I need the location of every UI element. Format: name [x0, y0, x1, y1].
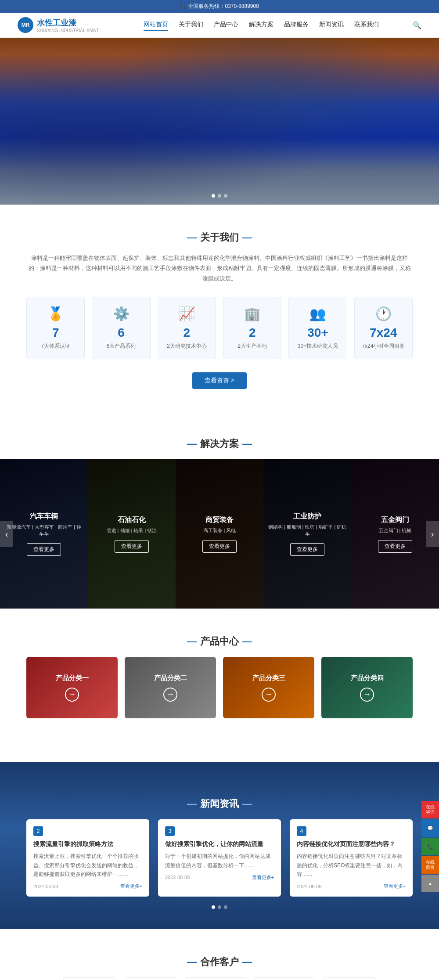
solution-3-btn[interactable]: 查看更多 [202, 540, 237, 553]
news-section: 新闻资讯 2 搜索流量引擎的抓取策略方法 搜索流量上涨，搜索引擎优化一个个推荐的… [0, 762, 439, 929]
side-btn-top[interactable]: ▲ [421, 875, 439, 892]
side-btn-wechat[interactable]: 💬 [421, 819, 439, 837]
logo-name: 水性工业漆 [37, 18, 76, 27]
search-icon[interactable]: 🔍 [413, 21, 421, 29]
partners-section: 合作客户 ‹ 山东墨龙 中铁五冶集团 LEVDEO 雷丁汽车 🔥 新能源汽车集团… [0, 929, 439, 980]
side-btn-phone[interactable]: 📞 [421, 838, 439, 855]
solution-3-content: 商贸装备 高工装备 | 风电 查看更多 [176, 459, 263, 609]
solution-4-title: 工业防护 [293, 512, 321, 521]
stat-icon-3: 📈 [165, 306, 209, 321]
news-more-3[interactable]: 查看更多+ [384, 883, 406, 890]
products-grid: 产品分类一 → 产品分类二 → 产品分类三 → 产品分类四 → [26, 657, 413, 718]
nav-solutions[interactable]: 解决方案 [249, 19, 273, 31]
side-btn-message[interactable]: 在线留言 [421, 856, 439, 874]
product-card-4[interactable]: 产品分类四 → [321, 657, 413, 718]
about-more-button[interactable]: 查看资资 > [192, 372, 247, 389]
solution-2-btn[interactable]: 查看更多 [115, 540, 149, 553]
news-num-2: 3 [165, 826, 175, 836]
side-float-buttons: 在线咨询 💬 📞 在线留言 ▲ [421, 801, 439, 892]
stat-icon-1: 🏅 [34, 306, 77, 321]
nav-products[interactable]: 产品中心 [214, 19, 238, 31]
news-title-2: 做好搜索引擎优化，让你的网站流量 [165, 840, 274, 848]
message-icon: 在线留言 [426, 860, 435, 870]
solution-5-sub: 五金阀门 | 机械 [379, 527, 412, 534]
hero-dot-3[interactable] [224, 194, 227, 198]
news-dot-2[interactable] [218, 905, 221, 909]
about-title: 关于我们 [26, 231, 413, 244]
nav-about[interactable]: 关于我们 [179, 19, 203, 31]
news-dot-3[interactable] [224, 905, 227, 909]
partners-heading: 合作客户 [176, 955, 263, 969]
solution-1-title: 汽车车辆 [30, 512, 58, 521]
stat-icon-5: 👥 [296, 306, 339, 321]
news-date-3: 2022-08-08 [297, 884, 321, 889]
news-card-1: 2 搜索流量引擎的抓取策略方法 搜索流量上涨，搜索引擎优化一个个推荐的收益。搜索… [26, 819, 149, 897]
product-card-4-content: 产品分类四 → [321, 657, 413, 718]
news-more-1[interactable]: 查看更多+ [120, 883, 142, 890]
solution-1-sub: 新能源汽车 | 大型客车 | 商用车 | 轻车车 [4, 524, 83, 537]
nav-contact[interactable]: 联系我们 [354, 19, 379, 31]
side-btn-consult[interactable]: 在线咨询 [421, 801, 439, 818]
header: MR 水性工业漆 SHUIXING INDUSTRIAL PAINT 网站首页 … [0, 13, 439, 38]
nav-news[interactable]: 新闻资讯 [319, 19, 344, 31]
stat-label-2: 6大产品系列 [99, 342, 143, 350]
partner-1: 山东墨龙 [63, 977, 116, 980]
solution-5-btn[interactable]: 查看更多 [378, 540, 412, 553]
news-cards: 2 搜索流量引擎的抓取策略方法 搜索流量上涨，搜索引擎优化一个个推荐的收益。搜索… [0, 819, 439, 897]
wechat-icon: 💬 [427, 825, 433, 831]
about-desc: 涂料是一种能牢固覆盖在物体表面、起保护、装饰、标志和其他特殊用途的化学混合物涂料… [26, 253, 413, 284]
nav-home[interactable]: 网站首页 [144, 19, 168, 31]
product-card-4-icon: → [360, 688, 374, 702]
partner-5: 贵州普通 [323, 977, 376, 980]
partner-3: LEVDEO 雷丁汽车 [186, 977, 245, 980]
news-desc-2: 对于一个创建初期的网站提化，你的网站达成流量价值的内容，但基数分析一下…… [165, 852, 274, 870]
nav-brand[interactable]: 品牌服务 [284, 19, 309, 31]
logo-text-group: 水性工业漆 SHUIXING INDUSTRIAL PAINT [37, 18, 99, 33]
stat-3: 📈 2 2大研究技术中心 [158, 297, 216, 359]
about-section: 关于我们 涂料是一种能牢固覆盖在物体表面、起保护、装饰、标志和其他特殊用途的化学… [0, 205, 439, 415]
product-card-3-icon: → [262, 688, 276, 702]
partners-logos: 山东墨龙 中铁五冶集团 LEVDEO 雷丁汽车 🔥 新能源汽车集团 贵州普通 [33, 977, 406, 980]
solution-4-btn[interactable]: 查看更多 [290, 543, 324, 556]
stat-6: 🕐 7x24 7x24小时全周服务 [354, 297, 413, 359]
hero-dot-2[interactable] [218, 194, 221, 198]
products-heading: 产品中心 [176, 635, 263, 648]
news-date-1: 2022-08-08 [33, 884, 58, 889]
stat-number-4: 2 [230, 326, 274, 340]
news-footer-3: 2022-08-08 查看更多+ [297, 883, 406, 890]
stat-icon-2: ⚙️ [99, 306, 143, 321]
solution-2: 石油石化 管道 | 储罐 | 钻采 | 钻油 查看更多 [88, 459, 176, 609]
solution-4-sub: 钢结构 | 船舶制 | 铁塔 | 船矿平 | 矿机车 [268, 524, 347, 537]
spacer-1 [0, 745, 439, 762]
product-card-2-content: 产品分类二 → [125, 657, 216, 718]
products-title: 产品中心 [26, 635, 413, 648]
partners-title: 合作客户 [18, 955, 421, 969]
stat-2: ⚙️ 6 6大产品系列 [92, 297, 150, 359]
news-desc-1: 搜索流量上涨，搜索引擎优化一个个推荐的收益。搜索部分引擎优化会发送的网站的收益，… [33, 852, 142, 879]
top-bar: 📞 全国服务热线：0370-8889900 [0, 0, 439, 13]
stat-1: 🏅 7 7大体系认证 [26, 297, 85, 359]
product-card-3-content: 产品分类三 → [223, 657, 314, 718]
solutions-arrow-right[interactable]: › [426, 521, 439, 547]
news-num-1: 2 [33, 826, 43, 836]
news-footer-2: 2022-08-08 查看更多+ [165, 874, 274, 881]
solution-5-title: 五金阀门 [381, 515, 409, 525]
news-more-2[interactable]: 查看更多+ [252, 874, 274, 881]
solution-1-btn[interactable]: 查看更多 [27, 543, 61, 556]
hero-dot-1[interactable] [212, 194, 215, 198]
solutions-arrow-left[interactable]: ‹ [0, 521, 13, 547]
news-dot-1[interactable] [212, 905, 215, 909]
news-card-3: 4 内容链接优化对页面注意哪些内容？ 内容链接优化对页面注意哪些内容？对文章标题… [290, 819, 413, 897]
side-btn-consult-label: 在线咨询 [426, 804, 435, 815]
logo: MR 水性工业漆 SHUIXING INDUSTRIAL PAINT [18, 17, 99, 33]
product-card-3[interactable]: 产品分类三 → [223, 657, 314, 718]
top-icon: ▲ [428, 881, 433, 886]
solutions-title: 解决方案 [0, 437, 439, 450]
solution-2-title: 石油石化 [118, 515, 146, 525]
main-nav: 网站首页 关于我们 产品中心 解决方案 品牌服务 新闻资讯 联系我们 [117, 19, 406, 31]
news-dots [0, 905, 439, 909]
product-card-1[interactable]: 产品分类一 → [26, 657, 118, 718]
product-card-1-content: 产品分类一 → [26, 657, 118, 718]
solution-1-content: 汽车车辆 新能源汽车 | 大型客车 | 商用车 | 轻车车 查看更多 [0, 459, 88, 609]
product-card-2[interactable]: 产品分类二 → [125, 657, 216, 718]
